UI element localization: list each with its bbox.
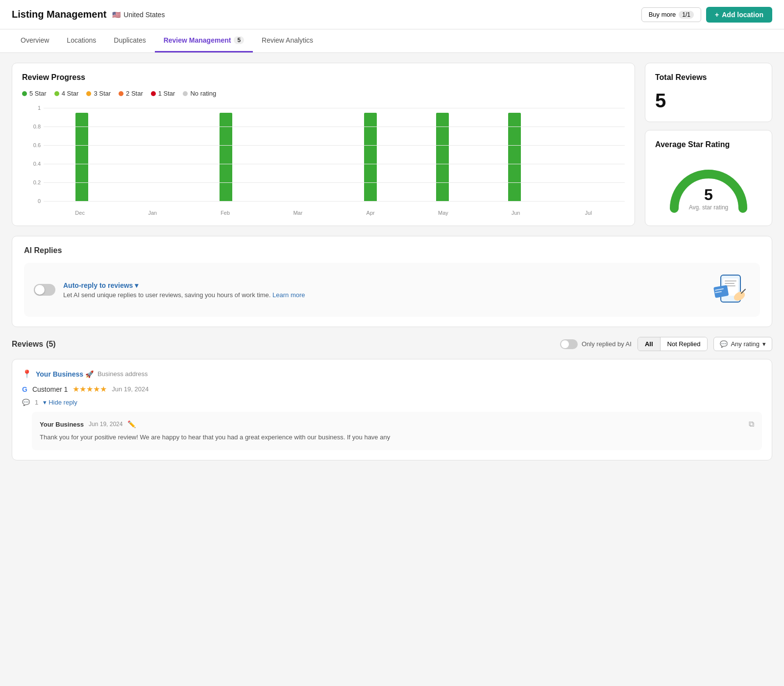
google-icon: G [22, 385, 27, 393]
bar-jun [508, 113, 521, 202]
rating-filter-dropdown[interactable]: 💬 Any rating ▾ [713, 337, 772, 351]
review-management-badge: 5 [234, 36, 244, 44]
legend-4star: 4 Star [54, 90, 79, 97]
country-name: United States [123, 11, 165, 19]
chevron-down-icon: ▾ [135, 281, 138, 289]
country-badge: 🇺🇸 United States [112, 11, 165, 19]
bar-group-mar [262, 108, 334, 201]
legend-1star-label: 1 Star [158, 90, 175, 97]
reply-header: Your Business Jun 19, 2024 ✏️ ⧉ [40, 420, 754, 429]
legend-3star: 3 Star [86, 90, 111, 97]
y-label-04: 0.4 [33, 161, 41, 167]
grid-line-1 [44, 108, 625, 108]
auto-reply-title[interactable]: Auto-reply to reviews ▾ [63, 281, 703, 289]
buy-more-count: 1/1 [679, 11, 694, 19]
tab-review-analytics[interactable]: Review Analytics [253, 29, 322, 52]
reply-count: 1 [35, 399, 38, 406]
legend-norating: No rating [183, 90, 216, 97]
business-address: Business address [98, 370, 148, 378]
grid-line-3 [44, 145, 625, 146]
flag-icon: 🇺🇸 [112, 11, 121, 19]
x-label-apr: Apr [334, 210, 407, 216]
business-row: 📍 Your Business 🚀 Business address [22, 369, 762, 379]
top-bar-left: Listing Management 🇺🇸 United States [12, 9, 165, 20]
tab-review-analytics-label: Review Analytics [262, 36, 313, 44]
add-location-label: Add location [722, 11, 763, 19]
bar-group-dec [46, 108, 118, 201]
comment-icon: 💬 [720, 340, 728, 348]
x-label-mar: Mar [262, 210, 334, 216]
ai-replies-card: AI Replies Auto-reply to reviews ▾ Let A… [12, 236, 772, 327]
auto-reply-title-label: Auto-reply to reviews [63, 281, 133, 289]
legend-4star-dot [54, 91, 59, 96]
bar-may [436, 113, 449, 202]
buy-more-button[interactable]: Buy more 1/1 [641, 7, 701, 22]
x-label-jun: Jun [480, 210, 552, 216]
bar-group-jun [479, 108, 551, 201]
svg-rect-3 [725, 283, 735, 284]
review-card-0: 📍 Your Business 🚀 Business address G Cus… [12, 359, 772, 460]
chart-legend: 5 Star 4 Star 3 Star 2 Star 1 Star [22, 90, 625, 97]
learn-more-link[interactable]: Learn more [272, 291, 305, 299]
location-pin-icon: 📍 [22, 369, 32, 379]
legend-2star-dot [119, 91, 123, 96]
only-ai-toggle[interactable] [560, 339, 578, 349]
tab-duplicates[interactable]: Duplicates [105, 29, 154, 52]
tab-review-management-label: Review Management [164, 36, 231, 44]
chevron-down-icon: ▾ [762, 340, 766, 348]
total-reviews-title: Total Reviews [655, 73, 762, 82]
gauge-label: Avg. star rating [689, 204, 728, 211]
copy-icon[interactable]: ⧉ [749, 420, 754, 429]
grid-line-6 [44, 201, 625, 202]
tab-locations[interactable]: Locations [58, 29, 105, 52]
reviews-filters: Only replied by AI All Not Replied 💬 Any… [560, 337, 772, 351]
x-label-dec: Dec [44, 210, 116, 216]
add-location-button[interactable]: + Add location [706, 7, 772, 23]
review-row: G Customer 1 ★★★★★ Jun 19, 2024 [22, 384, 762, 394]
app-title: Listing Management [12, 9, 106, 20]
avg-star-rating-title: Average Star Rating [655, 140, 762, 149]
tab-overview[interactable]: Overview [12, 29, 58, 52]
gauge-center: 5 Avg. star rating [689, 186, 728, 211]
hide-reply-button[interactable]: ▾ Hide reply [43, 399, 77, 406]
main-content: Review Progress 5 Star 4 Star 3 Star 2 [0, 53, 784, 236]
tab-not-replied[interactable]: Not Replied [661, 337, 708, 351]
edit-icon[interactable]: ✏️ [127, 420, 136, 428]
bar-apr [364, 113, 377, 202]
ai-illustration-svg [711, 273, 750, 307]
reply-date: Jun 19, 2024 [89, 421, 122, 428]
plus-icon: + [715, 11, 719, 19]
bar-group-apr [334, 108, 406, 201]
bar-chart: 1 0.8 0.6 0.4 0.2 0 [22, 103, 625, 216]
reply-author: Your Business [40, 421, 84, 428]
bar-group-jan [118, 108, 190, 201]
buy-more-label: Buy more [649, 11, 676, 18]
bar-group-feb [190, 108, 262, 201]
tab-overview-label: Overview [21, 36, 49, 44]
only-ai-label: Only replied by AI [582, 340, 632, 348]
bar-feb [220, 113, 232, 202]
top-bar: Listing Management 🇺🇸 United States Buy … [0, 0, 784, 29]
left-column: Review Progress 5 Star 4 Star 3 Star 2 [12, 63, 635, 226]
reply-text: Thank you for your positive review! We a… [40, 432, 754, 442]
business-name[interactable]: Your Business 🚀 [36, 370, 94, 378]
grid-line-4 [44, 164, 625, 164]
auto-reply-toggle[interactable] [34, 284, 55, 296]
total-reviews-card: Total Reviews 5 [645, 63, 772, 122]
legend-1star-dot [151, 91, 156, 96]
reply-tab-group: All Not Replied [637, 337, 708, 351]
grid-line-5 [44, 182, 625, 183]
x-label-jul: Jul [552, 210, 625, 216]
legend-norating-label: No rating [190, 90, 216, 97]
nav-tabs: Overview Locations Duplicates Review Man… [0, 29, 784, 53]
tab-review-management[interactable]: Review Management 5 [155, 29, 253, 52]
legend-4star-label: 4 Star [62, 90, 79, 97]
ai-reply-text: Auto-reply to reviews ▾ Let AI send uniq… [63, 281, 703, 299]
legend-5star-dot [22, 91, 27, 96]
tab-all[interactable]: All [638, 337, 661, 351]
svg-rect-2 [725, 280, 736, 281]
legend-2star: 2 Star [119, 90, 143, 97]
y-label-06: 0.6 [33, 142, 41, 148]
legend-2star-label: 2 Star [126, 90, 143, 97]
gauge-container: 5 Avg. star rating [655, 157, 762, 216]
